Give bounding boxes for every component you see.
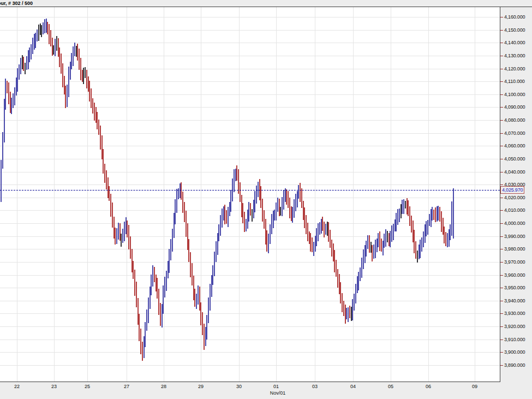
- price-bar: [134, 270, 135, 296]
- price-bar: [151, 275, 152, 295]
- price-bar: [124, 222, 125, 241]
- time-axis-label: 09: [472, 384, 477, 390]
- price-bar: [56, 36, 57, 51]
- time-axis-label: 30: [236, 384, 242, 390]
- time-axis-period-label: Nov/01: [270, 390, 286, 396]
- price-bar: [378, 233, 379, 247]
- price-bar: [331, 240, 332, 257]
- price-bar: [170, 239, 171, 260]
- time-axis-label: 27: [124, 384, 129, 390]
- price-bar: [86, 70, 87, 88]
- price-bar: [289, 198, 290, 218]
- price-bar: [301, 188, 302, 208]
- price-bar: [433, 210, 434, 220]
- gridline-horizontal: [0, 223, 500, 224]
- price-bar: [198, 285, 199, 305]
- price-bar: [426, 221, 427, 236]
- price-bar: [381, 239, 382, 252]
- time-axis-label: 06: [426, 384, 431, 390]
- price-bar: [38, 25, 39, 41]
- price-bar: [264, 210, 265, 229]
- price-bar: [202, 312, 203, 335]
- price-bar: [336, 260, 337, 277]
- price-bar: [104, 164, 105, 183]
- gridline-vertical: [428, 7, 429, 382]
- price-axis-label: 3,960.000: [504, 272, 525, 278]
- price-bar: [29, 47, 30, 62]
- price-bar: [154, 267, 155, 282]
- price-axis-label: 3,910.000: [504, 336, 525, 343]
- price-bar: [166, 271, 167, 291]
- price-bar: [59, 47, 60, 67]
- price-bar: [240, 182, 241, 202]
- gridline-vertical: [391, 7, 391, 382]
- plot-area[interactable]: [0, 7, 500, 382]
- price-bar: [342, 293, 343, 312]
- price-bar: [2, 132, 3, 169]
- price-bar: [405, 201, 406, 209]
- gridline-horizontal: [0, 340, 500, 340]
- price-bar: [85, 67, 86, 78]
- gridline-vertical: [475, 7, 475, 382]
- time-axis[interactable]: Nov/01 22232527282930010304050609: [0, 382, 532, 399]
- price-bar: [438, 206, 439, 221]
- price-bar: [194, 289, 195, 307]
- price-bar: [77, 44, 78, 61]
- gridline-horizontal: [0, 120, 500, 121]
- price-bar: [402, 200, 403, 214]
- price-axis-tick: [500, 184, 503, 185]
- price-axis[interactable]: 4,025.970 4,160.0004,150.0004,140.0004,1…: [500, 7, 532, 382]
- price-bar: [44, 19, 45, 33]
- price-bar: [65, 86, 66, 108]
- price-axis-tick: [500, 210, 503, 211]
- price-bar: [103, 149, 104, 174]
- price-bar: [176, 189, 177, 213]
- price-bar: [423, 231, 424, 247]
- price-bar: [310, 233, 311, 252]
- price-bar: [5, 79, 6, 110]
- price-bar: [358, 272, 359, 290]
- price-bar: [73, 46, 74, 66]
- price-bar: [420, 240, 421, 258]
- price-bar: [196, 294, 197, 309]
- price-bar: [79, 49, 80, 70]
- price-bar: [71, 53, 72, 69]
- gridline-horizontal: [0, 326, 500, 327]
- price-bar: [248, 202, 249, 222]
- price-axis-label: 4,070.000: [504, 130, 525, 136]
- time-axis-label: 22: [14, 384, 20, 390]
- price-bar: [379, 231, 380, 251]
- gridline-vertical: [17, 7, 17, 382]
- price-bar: [157, 278, 158, 299]
- price-bar: [343, 301, 344, 316]
- price-bar: [286, 189, 287, 205]
- price-axis-label: 3,890.000: [504, 362, 525, 368]
- price-bar: [444, 227, 445, 243]
- price-bar: [142, 342, 143, 361]
- time-axis-label: 23: [51, 384, 57, 390]
- price-bar: [222, 209, 223, 228]
- price-bar: [450, 224, 451, 240]
- price-bar: [133, 261, 134, 279]
- price-bar: [148, 297, 149, 323]
- price-bar: [109, 186, 110, 201]
- price-axis-tick: [500, 120, 503, 121]
- price-bar: [139, 314, 140, 341]
- price-bar: [427, 220, 428, 235]
- gridline-horizontal: [0, 352, 500, 353]
- price-bar: [435, 207, 436, 222]
- price-axis-label: 4,020.000: [504, 194, 525, 201]
- time-axis-label: 25: [85, 384, 90, 390]
- price-axis-label: 4,040.000: [504, 169, 525, 175]
- gridline-horizontal: [0, 313, 500, 314]
- price-bar: [298, 185, 299, 199]
- price-bar: [355, 284, 356, 303]
- price-bar: [118, 223, 119, 240]
- price-bar: [304, 207, 305, 228]
- price-bar: [260, 186, 261, 208]
- price-bar: [80, 58, 81, 80]
- price-bar: [306, 215, 307, 234]
- price-bar: [182, 192, 183, 213]
- price-axis-label: 4,140.000: [504, 39, 525, 46]
- price-bar: [246, 219, 247, 231]
